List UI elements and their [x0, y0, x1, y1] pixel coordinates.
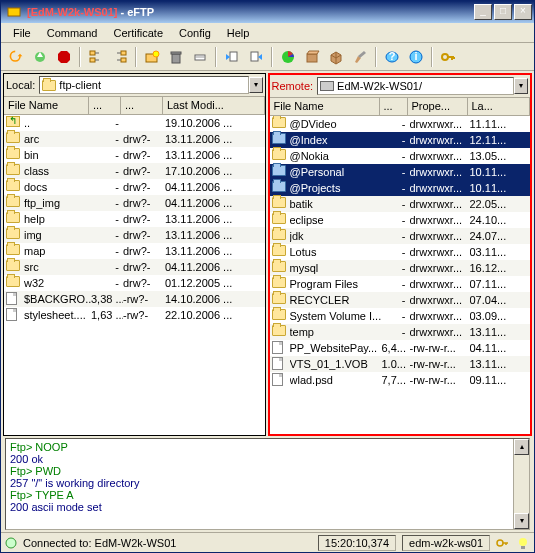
- folder-icon: [272, 229, 286, 240]
- maximize-button[interactable]: □: [494, 4, 512, 20]
- tree-right-icon[interactable]: [109, 46, 131, 68]
- list-item[interactable]: docs-drw?-04.11.2006 ...: [4, 179, 265, 195]
- list-item[interactable]: @Nokia-drwxrwxr...13.05...: [270, 148, 531, 164]
- key-icon[interactable]: [437, 46, 459, 68]
- file-icon: [272, 373, 283, 386]
- folder-icon: [6, 196, 20, 207]
- new-folder-icon[interactable]: [141, 46, 163, 68]
- local-column-headers[interactable]: File Name ... ... Last Modi...: [4, 97, 265, 115]
- scroll-down-icon[interactable]: ▾: [514, 513, 529, 529]
- list-item[interactable]: System Volume I...-drwxrwxr...03.09...: [270, 308, 531, 324]
- svg-rect-3: [90, 51, 95, 55]
- svg-rect-15: [307, 54, 317, 62]
- box-icon[interactable]: [301, 46, 323, 68]
- remote-path-dropdown[interactable]: ▾: [514, 78, 528, 94]
- remote-column-headers[interactable]: File Name ... Prope... La...: [270, 98, 531, 116]
- list-item[interactable]: map-drw?-13.11.2006 ...: [4, 243, 265, 259]
- status-host: edm-w2k-ws01: [402, 535, 490, 551]
- copy-right-icon[interactable]: [245, 46, 267, 68]
- list-item[interactable]: Program Files-drwxrwxr...07.11...: [270, 276, 531, 292]
- menu-config[interactable]: Config: [171, 25, 219, 41]
- close-button[interactable]: ×: [514, 4, 532, 20]
- list-item[interactable]: Lotus-drwxrwxr...03.11...: [270, 244, 531, 260]
- remote-path-input[interactable]: EdM-W2k-WS01/: [317, 77, 514, 95]
- copy-left-icon[interactable]: [221, 46, 243, 68]
- list-item[interactable]: arc-drw?-13.11.2006 ...: [4, 131, 265, 147]
- menu-file[interactable]: File: [5, 25, 39, 41]
- pie-icon[interactable]: [277, 46, 299, 68]
- log-scrollbar[interactable]: ▴ ▾: [513, 439, 529, 529]
- menu-help[interactable]: Help: [219, 25, 258, 41]
- list-item[interactable]: batik-drwxrwxr...22.05...: [270, 196, 531, 212]
- svg-rect-4: [90, 58, 95, 62]
- list-item[interactable]: class-drw?-17.10.2006 ...: [4, 163, 265, 179]
- svg-point-21: [6, 538, 16, 548]
- list-item[interactable]: temp-drwxrwxr...13.11...: [270, 324, 531, 340]
- folder-icon: [272, 309, 286, 320]
- list-item[interactable]: img-drw?-13.11.2006 ...: [4, 227, 265, 243]
- connect-icon[interactable]: [29, 46, 51, 68]
- list-item[interactable]: eclipse-drwxrwxr...24.10...: [270, 212, 531, 228]
- remote-file-list[interactable]: @DVideo-drwxrwxr...11.11...@Index-drwxrw…: [270, 116, 531, 434]
- local-file-list[interactable]: ..-19.10.2006 ...arc-drw?-13.11.2006 ...…: [4, 115, 265, 435]
- cube-icon[interactable]: [325, 46, 347, 68]
- list-item[interactable]: @Projects-drwxrwxr...10.11...: [270, 180, 531, 196]
- list-item[interactable]: w32-drw?-01.12.2005 ...: [4, 275, 265, 291]
- remote-label: Remote:: [272, 80, 314, 92]
- list-item[interactable]: PP_WebsitePay...6,4...-rw-rw-r...04.11..…: [270, 340, 531, 356]
- tree-left-icon[interactable]: [85, 46, 107, 68]
- list-item[interactable]: wlad.psd7,7...-rw-rw-r...09.11...: [270, 372, 531, 388]
- col-perm: Prope...: [408, 98, 468, 115]
- menubar: File Command Certificate Config Help: [1, 23, 534, 43]
- folder-icon: [6, 148, 20, 159]
- svg-rect-24: [521, 546, 525, 549]
- list-item[interactable]: @Personal-drwxrwxr...10.11...: [270, 164, 531, 180]
- minimize-button[interactable]: _: [474, 4, 492, 20]
- folder-icon: [6, 276, 20, 287]
- rename-icon[interactable]: [189, 46, 211, 68]
- list-item[interactable]: VTS_01_1.VOB1.0...-rw-rw-r...13.11...: [270, 356, 531, 372]
- svg-point-20: [442, 54, 448, 60]
- svg-rect-10: [171, 52, 181, 54]
- list-item[interactable]: mysql-drwxrwxr...16.12...: [270, 260, 531, 276]
- scroll-up-icon[interactable]: ▴: [514, 439, 529, 455]
- drive-icon: [320, 81, 334, 91]
- list-item[interactable]: ..-19.10.2006 ...: [4, 115, 265, 131]
- list-item[interactable]: jdk-drwxrwxr...24.07...: [270, 228, 531, 244]
- list-item[interactable]: bin-drw?-13.11.2006 ...: [4, 147, 265, 163]
- list-item[interactable]: help-drw?-13.11.2006 ...: [4, 211, 265, 227]
- log-panel[interactable]: Ftp> NOOP200 okFtp> PWD257 "/" is workin…: [5, 438, 530, 530]
- list-item[interactable]: @Index-drwxrwxr...12.11...: [270, 132, 531, 148]
- folder-icon: [272, 133, 286, 144]
- menu-command[interactable]: Command: [39, 25, 106, 41]
- local-path-dropdown[interactable]: ▾: [249, 77, 263, 93]
- brush-icon[interactable]: [349, 46, 371, 68]
- menu-certificate[interactable]: Certificate: [105, 25, 171, 41]
- folder-icon: [6, 180, 20, 191]
- svg-point-22: [497, 540, 503, 546]
- local-path-input[interactable]: ftp-client: [39, 76, 248, 94]
- list-item[interactable]: ftp_img-drw?-04.11.2006 ...: [4, 195, 265, 211]
- file-icon: [6, 292, 17, 305]
- folder-icon: [272, 117, 286, 128]
- folder-icon: [6, 132, 20, 143]
- folder-icon: [272, 277, 286, 288]
- list-item[interactable]: src-drw?-04.11.2006 ...: [4, 259, 265, 275]
- stop-icon[interactable]: [53, 46, 75, 68]
- folder-icon: [6, 244, 20, 255]
- list-item[interactable]: stylesheet....1,63 ...-rw?-22.10.2006 ..…: [4, 307, 265, 323]
- status-bar: Connected to: EdM-W2k-WS01 15:20:10,374 …: [1, 532, 534, 552]
- refresh-icon[interactable]: [5, 46, 27, 68]
- list-item[interactable]: $BACKGRO...3,38 ...-rw?-14.10.2006 ...: [4, 291, 265, 307]
- about-icon[interactable]: i: [405, 46, 427, 68]
- col-perm: ...: [121, 97, 163, 114]
- folder-icon: [6, 212, 20, 223]
- local-path-text: ftp-client: [59, 79, 101, 91]
- folder-icon: [272, 197, 286, 208]
- folder-icon: [272, 213, 286, 224]
- list-item[interactable]: @DVideo-drwxrwxr...11.11...: [270, 116, 531, 132]
- delete-icon[interactable]: [165, 46, 187, 68]
- folder-icon: [42, 80, 56, 91]
- help-icon[interactable]: ?: [381, 46, 403, 68]
- list-item[interactable]: RECYCLER-drwxrwxr...07.04...: [270, 292, 531, 308]
